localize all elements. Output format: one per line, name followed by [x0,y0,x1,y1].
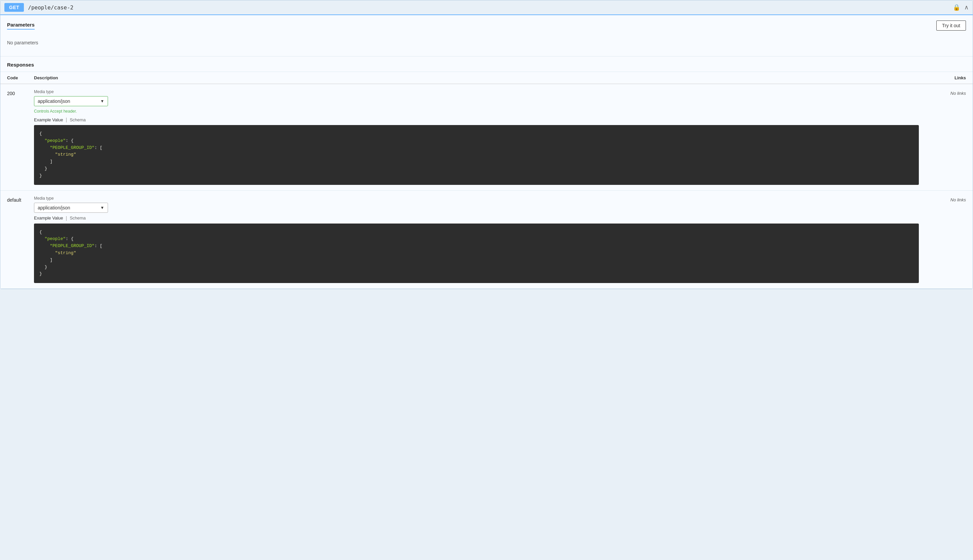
response-description-default: Media type application/json ▼ Example Va… [34,196,926,283]
responses-title-bar: Responses [0,57,973,72]
col-header-code: Code [7,75,34,80]
responses-table-header: Code Description Links [0,72,973,84]
tab-separator-200: | [65,117,67,122]
code-block-200: { "people": { "PEOPLE_GROUP_ID": [ "stri… [34,125,919,185]
response-code-default: default [7,196,34,203]
response-code-200: 200 [7,89,34,96]
response-row-default: default Media type application/json ▼ Ex… [0,191,973,289]
response-description-200: Media type application/json ▼ Controls A… [34,89,926,185]
collapse-icon[interactable]: ∧ [964,4,969,11]
endpoint-left: GET /people/case-2 [4,3,74,12]
example-tabs-200: Example Value | Schema [34,117,919,122]
parameters-title: Parameters [7,22,35,30]
schema-tab-default[interactable]: Schema [70,215,86,220]
media-type-select-200[interactable]: application/json ▼ [34,96,108,106]
endpoint-path: /people/case-2 [28,4,74,11]
schema-tab-200[interactable]: Schema [70,117,86,122]
media-type-label-default: Media type [34,196,919,201]
col-header-description: Description [34,75,926,80]
media-type-value-200: application/json [38,98,70,104]
endpoint-header: GET /people/case-2 🔒 ∧ [0,0,973,15]
api-endpoint-container: GET /people/case-2 🔒 ∧ Parameters Try it… [0,0,973,289]
parameters-section: Parameters Try it out No parameters [0,15,973,57]
media-type-label-200: Media type [34,89,919,94]
method-badge: GET [4,3,24,12]
responses-section: Responses Code Description Links 200 Med… [0,57,973,289]
media-type-value-default: application/json [38,205,70,210]
select-arrow-200: ▼ [100,99,104,103]
no-links-default: No links [926,196,966,202]
code-block-default: { "people": { "PEOPLE_GROUP_ID": [ "stri… [34,223,919,283]
no-links-200: No links [926,89,966,96]
tab-separator-default: | [65,215,67,221]
select-arrow-default: ▼ [100,205,104,210]
no-parameters-text: No parameters [7,35,966,51]
endpoint-right: 🔒 ∧ [953,4,969,11]
example-value-tab-200[interactable]: Example Value [34,117,63,122]
media-type-select-default[interactable]: application/json ▼ [34,203,108,213]
controls-text-200: Controls Accept header. [34,109,919,113]
example-value-tab-default[interactable]: Example Value [34,215,63,220]
response-row-200: 200 Media type application/json ▼ Contro… [0,84,973,191]
example-tabs-default: Example Value | Schema [34,215,919,221]
lock-icon: 🔒 [953,4,960,11]
responses-title: Responses [7,62,34,68]
parameters-section-header: Parameters Try it out [7,20,966,31]
col-header-links: Links [926,75,966,80]
try-it-out-button[interactable]: Try it out [936,20,966,31]
